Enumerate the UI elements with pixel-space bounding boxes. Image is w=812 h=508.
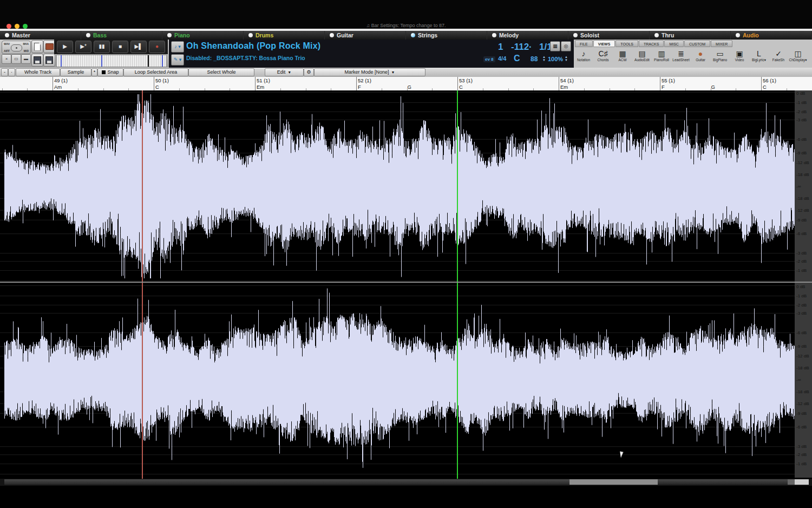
style-name[interactable]: Disabled: _BOSSAPT.STY: Bossa Piano Trio <box>186 55 305 61</box>
snap-button[interactable]: Snap <box>97 68 123 76</box>
zoom-in-button[interactable]: · <box>8 68 15 76</box>
track-dot-icon <box>248 33 253 37</box>
tempo-value[interactable]: 88 <box>531 55 538 63</box>
db-scale-label: -18 dB <box>796 389 809 394</box>
song-title-menu-button[interactable]: ♪ ▾ <box>171 41 184 53</box>
master-volume[interactable]: 100% <box>548 56 563 62</box>
chdisplay-button[interactable]: ◫ChDisplay▾ <box>788 48 808 67</box>
zoom-out-button[interactable]: - <box>1 68 8 76</box>
notation-button[interactable]: ♪Notation <box>574 48 593 67</box>
mini-tool-button-3[interactable]: ▬ <box>21 54 31 64</box>
snap-option-button[interactable]: * <box>91 68 97 76</box>
mid-label: MID <box>24 49 29 53</box>
style-menu-button[interactable]: ✎ ▾ <box>171 54 184 66</box>
mini-tool-button-2[interactable]: ▭ <box>11 54 21 64</box>
track-tab-guitar[interactable]: Guitar <box>325 31 406 40</box>
video-button[interactable]: ▣Video <box>730 48 749 67</box>
new-document-icon <box>34 43 41 51</box>
new-song-button[interactable] <box>31 40 43 53</box>
ribbon-tab-custom[interactable]: CUSTOM <box>684 40 710 47</box>
horizontal-scrollbar[interactable] <box>0 479 812 486</box>
biglyric-button[interactable]: LBigLyric▾ <box>749 48 769 67</box>
feel-badge[interactable]: ev 8 <box>483 56 495 62</box>
bar-ruler[interactable]: 49 (1)Am50 (1)C51 (1)Em52 (1)FG53 (1)C54… <box>0 77 812 91</box>
jump-to-button[interactable]: ▶▌ <box>130 41 147 53</box>
acw-button[interactable]: ▦ACW <box>613 48 632 67</box>
view-icon-label: Video <box>730 58 749 62</box>
pause-button[interactable]: ▮▮ <box>94 41 110 53</box>
loop-button[interactable]: ▦ <box>550 41 560 51</box>
db-scale-label: -18 dB <box>796 366 809 370</box>
scrollbar-corner <box>795 479 809 485</box>
volume-spinner[interactable]: ▲▼ <box>565 55 568 62</box>
sample-button[interactable]: Sample <box>60 68 91 76</box>
tempo-spinner[interactable]: ▲▼ <box>542 55 546 62</box>
key-signature[interactable]: C <box>514 54 520 63</box>
select-whole-button[interactable]: Select Whole <box>188 68 254 76</box>
track-tab-bass[interactable]: Bass <box>81 31 162 40</box>
views-panel: FILEVIEWSTOOLSTRACKSMISCCUSTOMMIXER ♪Not… <box>574 40 812 68</box>
ribbon-tab-file[interactable]: FILE <box>575 40 593 47</box>
bigpiano-button[interactable]: ▭BigPiano <box>710 48 730 67</box>
ribbon-tab-mixer[interactable]: MIXER <box>711 40 732 47</box>
track-dot-icon <box>167 33 172 37</box>
track-tab-melody[interactable]: Melody <box>487 31 568 40</box>
fakesh-button[interactable]: ✓FakeSh <box>769 48 788 67</box>
chords-button[interactable]: C♯Chords <box>593 48 613 67</box>
export-format-widget[interactable]: WAV M4A AIFF MID <box>2 41 31 54</box>
scrollbar-segment[interactable] <box>4 479 569 485</box>
marker-mode-dropdown[interactable]: Marker Mode [None]▼ <box>314 68 425 76</box>
edit-menu-button[interactable]: Edit▼ <box>265 68 304 76</box>
track-tab-master[interactable]: Master <box>0 31 81 40</box>
leadsheet-button[interactable]: ≣LeadSheet <box>671 48 691 67</box>
pianoroll-button[interactable]: ▥PianoRoll <box>652 48 671 67</box>
save-button[interactable] <box>31 54 43 67</box>
waveform-editor[interactable]: 0 dB-1 dB-2 dB-3 dB-6 dB-9 dB-12 dB-18 d… <box>0 90 812 479</box>
open-song-button[interactable] <box>43 40 55 53</box>
track-dot-icon <box>411 33 415 37</box>
db-scale-label: -18 dB <box>796 196 809 201</box>
db-scale-label: -18 dB <box>796 172 809 177</box>
section-marker <box>61 55 62 67</box>
guitar-button[interactable]: ●Guitar <box>691 48 710 67</box>
audioedit-button[interactable]: ▤AudioEdit <box>632 48 652 67</box>
loop-selected-area-button[interactable]: Loop Selected Area <box>123 68 188 76</box>
export-hub-icon <box>11 44 22 51</box>
track-tab-strings[interactable]: Strings <box>406 31 487 40</box>
ribbon-tab-tools[interactable]: TOOLS <box>615 40 638 47</box>
waveform-canvas[interactable] <box>0 90 812 479</box>
scrollbar-thumb[interactable] <box>569 479 658 485</box>
song-position-strip[interactable] <box>56 55 167 67</box>
scrollbar-segment[interactable] <box>658 479 788 485</box>
song-title[interactable]: Oh Shenandoah (Pop Rock Mix) <box>186 41 320 51</box>
ribbon-tab-views[interactable]: VIEWS <box>593 40 615 47</box>
track-tab-drums[interactable]: Drums <box>244 31 325 40</box>
play-from-button[interactable]: ▶* <box>75 41 91 53</box>
ribbon-tab-misc[interactable]: MISC <box>664 40 684 47</box>
track-label: Master <box>12 32 30 38</box>
stop-button[interactable]: ■ <box>112 41 128 53</box>
settings-gear-button[interactable]: ⚙ <box>304 68 314 76</box>
mini-tool-button-1[interactable]: × <box>2 54 11 64</box>
playback-position-line[interactable] <box>457 90 458 479</box>
aiff-label: AIFF <box>4 49 10 53</box>
ribbon-tab-tracks[interactable]: TRACKS <box>639 40 664 47</box>
track-tab-soloist[interactable]: Soloist <box>568 31 650 40</box>
whole-track-button[interactable]: Whole Track <box>16 68 60 76</box>
db-scale-label: -∞ <box>796 377 801 382</box>
db-scale-label: -6 dB <box>796 425 807 429</box>
view-icon-label: Notation <box>574 58 593 62</box>
hold-button[interactable]: ◎ <box>561 41 571 51</box>
loop-start-marker-line[interactable] <box>142 90 143 479</box>
save-as-button[interactable] <box>43 54 55 67</box>
track-tab-piano[interactable]: Piano <box>162 31 244 40</box>
track-tab-audio[interactable]: Audio <box>731 31 812 40</box>
bar-line <box>761 77 762 90</box>
view-icon-label: Guitar <box>691 58 710 62</box>
db-scale-label: -9 dB <box>796 411 807 416</box>
record-button[interactable]: ● <box>149 41 165 53</box>
time-signature[interactable]: 4/4 <box>498 55 506 62</box>
play-button[interactable]: ▶ <box>57 41 73 53</box>
view-icon-label: Chords <box>593 58 613 62</box>
track-tab-thru[interactable]: Thru <box>650 31 731 40</box>
